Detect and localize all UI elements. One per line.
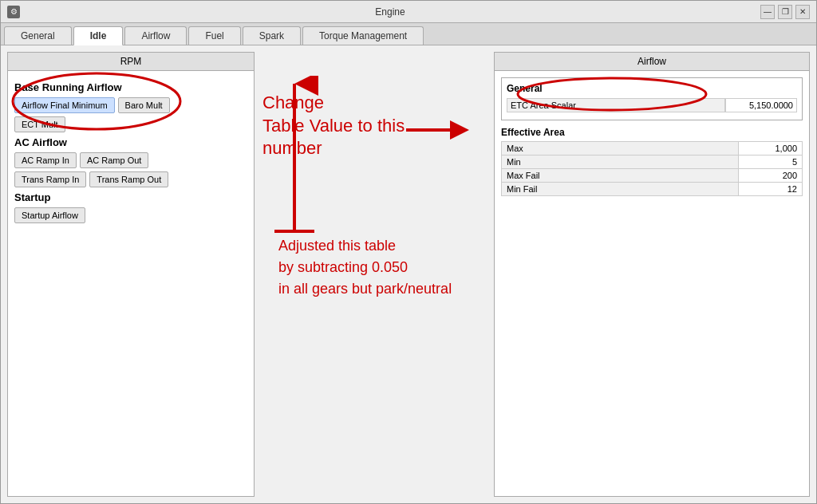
rpm-header: RPM (8, 53, 254, 71)
tab-idle[interactable]: Idle (73, 26, 124, 45)
min-fail-value[interactable]: 12 (739, 183, 803, 196)
app-icon: ⚙ (7, 6, 20, 18)
base-running-airflow-title: Base Running Airflow (14, 81, 247, 93)
airflow-header: Airflow (495, 53, 809, 71)
table-row: Min Fail 12 (502, 183, 803, 196)
annotation-middle: Change Table Value to this number Adjust… (262, 52, 486, 497)
trans-ramp-in-button[interactable]: Trans Ramp In (14, 171, 86, 187)
startup-row1: Startup Airflow (14, 207, 247, 223)
right-arrow-icon (406, 114, 478, 146)
general-section-title: General (507, 83, 797, 94)
trans-ramp-out-button[interactable]: Trans Ramp Out (89, 171, 168, 187)
tab-spark[interactable]: Spark (243, 26, 301, 45)
restore-button[interactable]: ❐ (778, 5, 792, 19)
tab-torque[interactable]: Torque Management (302, 26, 424, 45)
baro-mult-button[interactable]: Baro Mult (118, 97, 170, 113)
up-arrow-icon (270, 76, 318, 235)
etc-area-scalar-row: ETC Area Scalar 5,150.0000 (507, 98, 797, 112)
adjusted-annotation: Adjusted this table by subtracting 0.050… (278, 235, 452, 300)
window-title: Engine (20, 6, 760, 18)
minimize-button[interactable]: — (760, 5, 775, 19)
right-panel-body: General ETC Area Scalar 5,150.0000 Effec… (495, 71, 809, 203)
airflow-final-minimum-button[interactable]: Airflow Final Minimum (14, 97, 115, 113)
tabs-bar: General Idle Airflow Fuel Spark Torque M… (1, 23, 816, 45)
max-label: Max (502, 142, 739, 156)
base-airflow-row1: Airflow Final Minimum Baro Mult (14, 97, 247, 113)
main-window: ⚙ Engine — ❐ ✕ General Idle Airflow Fuel… (0, 0, 817, 504)
base-airflow-row2: ECT Mult (14, 116, 247, 132)
table-row: Max Fail 200 (502, 169, 803, 183)
etc-area-scalar-value[interactable]: 5,150.0000 (725, 98, 797, 112)
tab-fuel[interactable]: Fuel (188, 26, 240, 45)
max-value[interactable]: 1,000 (739, 142, 803, 156)
table-row: Max 1,000 (502, 142, 803, 156)
startup-airflow-button[interactable]: Startup Airflow (14, 207, 85, 223)
min-label: Min (502, 156, 739, 169)
table-row: Min 5 (502, 156, 803, 169)
etc-area-scalar-label: ETC Area Scalar (507, 98, 725, 112)
max-fail-value[interactable]: 200 (739, 169, 803, 183)
tab-airflow[interactable]: Airflow (124, 26, 187, 45)
min-value[interactable]: 5 (739, 156, 803, 169)
ac-ramp-out-button[interactable]: AC Ramp Out (80, 152, 148, 168)
right-panel: Airflow General ETC Area Scalar 5,150.00… (494, 52, 810, 497)
left-panel: RPM Base Running Airflow Airflow Final M… (7, 52, 255, 497)
min-fail-label: Min Fail (502, 183, 739, 196)
tab-general[interactable]: General (4, 26, 72, 45)
ac-airflow-row2: Trans Ramp In Trans Ramp Out (14, 171, 247, 187)
effective-area-table: Max 1,000 Min 5 Max Fail 200 (501, 141, 803, 196)
close-button[interactable]: ✕ (795, 5, 810, 19)
content-area: RPM Base Running Airflow Airflow Final M… (1, 45, 816, 503)
title-bar: ⚙ Engine — ❐ ✕ (1, 1, 816, 23)
general-section: General ETC Area Scalar 5,150.0000 (501, 77, 803, 120)
ac-airflow-title: AC Airflow (14, 136, 247, 148)
max-fail-label: Max Fail (502, 169, 739, 183)
ac-airflow-row1: AC Ramp In AC Ramp Out (14, 152, 247, 168)
startup-title: Startup (14, 191, 247, 203)
effective-area-section: Effective Area Max 1,000 Min 5 (501, 127, 803, 196)
ac-ramp-in-button[interactable]: AC Ramp In (14, 152, 77, 168)
window-controls: — ❐ ✕ (760, 5, 810, 19)
ect-mult-button[interactable]: ECT Mult (14, 116, 65, 132)
left-panel-body: Base Running Airflow Airflow Final Minim… (8, 71, 254, 496)
effective-area-title: Effective Area (501, 127, 803, 138)
